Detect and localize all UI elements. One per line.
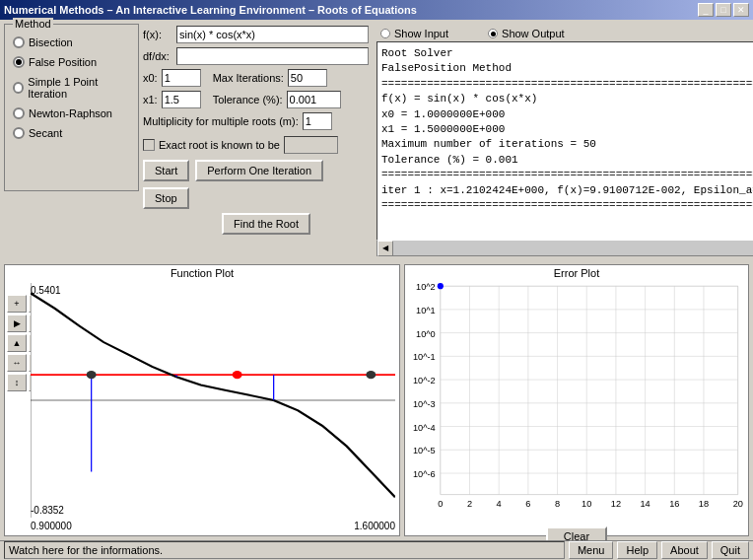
fx-input[interactable] [176, 26, 369, 43]
svg-text:10^1: 10^1 [416, 306, 436, 315]
window-controls: _ □ ✕ [698, 3, 749, 17]
function-plot-title: Function Plot [5, 265, 399, 281]
svg-text:10^-2: 10^-2 [413, 376, 436, 385]
svg-text:10^0: 10^0 [416, 328, 436, 338]
exact-input[interactable] [284, 136, 338, 154]
menu-button[interactable]: Menu [569, 541, 614, 559]
tab-show-input[interactable]: Show Input [380, 28, 448, 39]
plot-y-top: 0.5401 [31, 285, 61, 296]
maxiter-label: Max Iterations: [213, 72, 284, 84]
tab-show-input-radio [380, 29, 390, 38]
h-scrollbar[interactable]: ◀ ▶ [376, 241, 753, 256]
perform-button[interactable]: Perform One Iteration [195, 160, 323, 181]
status-text: Watch here for the informations. [4, 541, 565, 559]
radio-false-position[interactable]: False Position [13, 56, 130, 68]
radio-newton-circle [13, 107, 25, 119]
scroll-left-btn[interactable]: ◀ [377, 241, 393, 256]
radio-secant-circle [13, 127, 25, 139]
svg-text:20: 20 [733, 499, 743, 509]
svg-text:10^-6: 10^-6 [413, 469, 436, 479]
mult-row: Multiplicity for multiple roots (m): [143, 112, 369, 130]
svg-text:10^-5: 10^-5 [413, 446, 436, 455]
error-plot-title: Error Plot [405, 265, 748, 281]
maximize-button[interactable]: □ [716, 3, 731, 17]
pan-up-btn[interactable]: ▲ [7, 334, 27, 352]
output-wrapper: Root Solver FalsePosition Method =======… [376, 41, 753, 241]
zoom-in-btn[interactable]: + [7, 295, 27, 313]
svg-text:8: 8 [555, 499, 560, 509]
svg-text:16: 16 [669, 499, 679, 509]
radio-secant[interactable]: Secant [13, 127, 130, 139]
plot-y-bottom: -0.8352 [31, 505, 64, 516]
tab-show-input-label: Show Input [394, 28, 448, 39]
plot-x-right: 1.600000 [354, 521, 395, 531]
find-row: Find the Root [222, 213, 369, 235]
svg-text:18: 18 [699, 499, 709, 509]
dfdx-input[interactable] [176, 47, 369, 65]
minimize-button[interactable]: _ [698, 3, 714, 17]
about-button[interactable]: About [661, 541, 708, 559]
pan-right-btn[interactable]: ▶ [7, 315, 27, 332]
radio-bisection[interactable]: Bisection [13, 36, 130, 48]
top-left-area: Method Bisection False Position Simpl [4, 24, 369, 235]
maxiter-input[interactable] [288, 69, 327, 87]
help-button[interactable]: Help [617, 541, 657, 559]
radio-false-position-circle [13, 56, 25, 68]
output-text-container: Root Solver FalsePosition Method =======… [377, 42, 753, 240]
tab-show-output[interactable]: Show Output [488, 28, 565, 39]
svg-point-9 [366, 371, 376, 379]
mult-input[interactable] [303, 112, 332, 130]
output-text: Root Solver FalsePosition Method =======… [377, 42, 753, 240]
x1-row: x1: Tolerance (%): [143, 91, 369, 108]
find-button[interactable]: Find the Root [222, 213, 310, 235]
radio-newton-label: Newton-Raphson [29, 107, 112, 119]
tool-updown-btn[interactable]: ↕ [7, 374, 27, 391]
title-bar: Numerical Methods – An Interactive Learn… [0, 0, 753, 20]
params-right: f(x): df/dx: x0: Max Iterations: x [143, 24, 369, 235]
tol-label: Tolerance (%): [213, 94, 283, 105]
radio-newton[interactable]: Newton-Raphson [13, 107, 130, 119]
method-group: Method Bisection False Position Simpl [4, 24, 139, 191]
tol-input[interactable] [287, 91, 341, 108]
svg-text:10^-4: 10^-4 [413, 422, 436, 432]
svg-point-7 [87, 371, 97, 379]
action-buttons: Start Perform One Iteration Stop [143, 160, 369, 209]
stop-button[interactable]: Stop [143, 187, 189, 209]
function-plot-panel: Function Plot + − ▶ ◀ ▲ ▼ ↔ ✕ [4, 264, 400, 536]
x1-input[interactable] [162, 91, 201, 108]
svg-text:14: 14 [640, 499, 650, 509]
radio-false-position-label: False Position [29, 56, 97, 68]
method-group-title: Method [13, 18, 53, 30]
svg-point-8 [233, 371, 242, 379]
svg-text:10^-1: 10^-1 [413, 352, 436, 362]
error-plot-area: 10^2 10^1 10^0 10^-1 10^-2 10^-3 10^-4 1… [405, 281, 748, 525]
error-plot-svg: 10^2 10^1 10^0 10^-1 10^-2 10^-3 10^-4 1… [405, 281, 748, 525]
status-bar: Watch here for the informations. Menu He… [0, 540, 753, 560]
svg-text:4: 4 [497, 499, 502, 509]
right-panel: Show Input Show Output Root Solver False… [373, 24, 753, 260]
svg-text:10^2: 10^2 [416, 282, 436, 292]
function-plot-svg [31, 283, 395, 518]
mult-label: Multiplicity for multiple roots (m): [143, 115, 299, 127]
left-panel: Method Bisection False Position Simpl [4, 24, 369, 260]
tab-show-output-radio [488, 29, 498, 38]
svg-text:2: 2 [467, 499, 472, 509]
fx-label: f(x): [143, 29, 172, 40]
main-content: Method Bisection False Position Simpl [0, 20, 753, 560]
radio-simple1[interactable]: Simple 1 Point Iteration [13, 76, 130, 100]
start-button[interactable]: Start [143, 160, 189, 181]
radio-bisection-circle [13, 36, 25, 48]
close-button[interactable]: ✕ [733, 3, 749, 17]
x1-label: x1: [143, 94, 158, 105]
window-title: Numerical Methods – An Interactive Learn… [4, 4, 417, 16]
radio-simple1-circle [13, 82, 24, 94]
exact-checkbox[interactable] [143, 139, 155, 151]
svg-text:10: 10 [582, 499, 591, 509]
x0-input[interactable] [162, 69, 201, 87]
exact-row: Exact root is known to be [143, 136, 369, 154]
tool-x-btn[interactable]: ↔ [7, 354, 27, 372]
svg-text:10^-3: 10^-3 [413, 399, 436, 409]
bottom-area: Function Plot + − ▶ ◀ ▲ ▼ ↔ ✕ [0, 264, 753, 540]
top-area: Method Bisection False Position Simpl [0, 20, 753, 264]
quit-button[interactable]: Quit [712, 541, 749, 559]
